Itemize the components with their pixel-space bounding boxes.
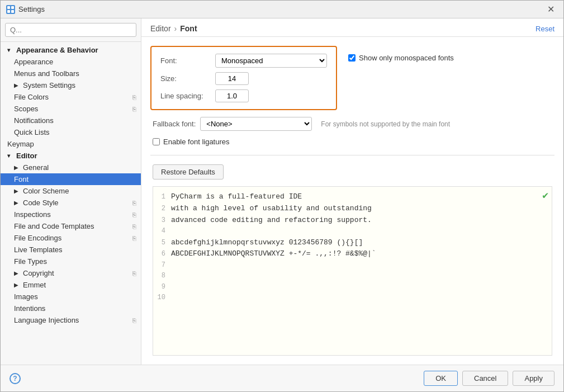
fallback-select[interactable]: <None> — [200, 117, 312, 131]
font-row: Font: Monospaced — [160, 54, 327, 68]
sidebar-item-general[interactable]: ▶ General — [1, 162, 141, 173]
divider — [150, 155, 554, 155]
copy-icon: ⎘ — [132, 211, 136, 218]
chevron-right-icon: ▶ — [14, 282, 21, 288]
sidebar-item-inspections[interactable]: Inspections ⎘ — [1, 209, 141, 220]
preview-area: ✔ 1 PyCharm is a full-featured IDE 2 wit… — [153, 186, 552, 356]
sidebar-item-system-settings[interactable]: ▶ System Settings — [1, 79, 141, 91]
sidebar-item-live-templates[interactable]: Live Templates — [1, 244, 141, 256]
sidebar-item-file-colors[interactable]: File Colors ⎘ — [1, 91, 141, 103]
fallback-hint: For symbols not supported by the main fo… — [321, 120, 450, 128]
line-number: 4 — [155, 226, 171, 237]
preview-checkmark-icon: ✔ — [542, 189, 548, 201]
cancel-button[interactable]: Cancel — [462, 371, 508, 386]
main-panel: Editor › Font Reset Font: Monospaced — [141, 18, 563, 365]
sidebar-item-file-types[interactable]: File Types — [1, 256, 141, 267]
sidebar-item-label: File Colors — [14, 93, 49, 101]
titlebar-left: Settings — [6, 5, 45, 14]
preview-line-2: 2 with a high level of usability and out… — [155, 203, 547, 215]
sidebar-item-label: Copyright — [23, 269, 54, 277]
svg-rect-2 — [7, 10, 10, 13]
sidebar-item-label: Appearance — [14, 58, 53, 66]
app-icon — [6, 5, 15, 14]
settings-window: Settings ✕ ▾ Appearance & Behavior Appea… — [0, 0, 564, 392]
sidebar-item-menus-toolbars[interactable]: Menus and Toolbars — [1, 68, 141, 79]
chevron-right-icon: ▶ — [14, 188, 21, 194]
sidebar-item-emmet[interactable]: ▶ Emmet — [1, 279, 141, 291]
search-box — [1, 18, 141, 42]
sidebar-item-editor[interactable]: ▾ Editor — [1, 150, 141, 162]
sidebar-item-label: File and Code Templates — [14, 222, 94, 230]
breadcrumb: Editor › Font — [150, 24, 197, 33]
font-select[interactable]: Monospaced — [215, 54, 327, 68]
sidebar-item-appearance[interactable]: Appearance — [1, 56, 141, 68]
sidebar-item-font[interactable]: Font — [1, 173, 141, 185]
window-title: Settings — [18, 5, 45, 13]
font-label: Font: — [160, 56, 211, 65]
line-number: 8 — [155, 271, 171, 281]
sidebar-item-scopes[interactable]: Scopes ⎘ — [1, 103, 141, 115]
copy-icon: ⎘ — [132, 317, 136, 324]
search-input[interactable] — [5, 23, 136, 37]
sidebar-item-language-injections[interactable]: Language Injections ⎘ — [1, 314, 141, 326]
line-number: 1 — [155, 192, 171, 202]
close-button[interactable]: ✕ — [544, 3, 558, 16]
line-number: 9 — [155, 282, 171, 292]
preview-line-6: 6 ABCDEFGHIJKLMNOPQRSTUVWXYZ +-*/= .,,:!… — [155, 248, 547, 260]
copy-icon: ⎘ — [132, 106, 136, 112]
svg-rect-3 — [11, 10, 14, 13]
sidebar-item-quick-lists[interactable]: Quick Lists — [1, 126, 141, 138]
copy-icon: ⎘ — [132, 200, 136, 206]
sidebar-item-images[interactable]: Images — [1, 291, 141, 303]
font-settings-box: Font: Monospaced Size: Line spacing: — [150, 46, 337, 110]
monospaced-checkbox-row: Show only monospaced fonts — [348, 54, 454, 62]
breadcrumb-current: Font — [180, 24, 197, 33]
sidebar-item-color-scheme[interactable]: ▶ Color Scheme — [1, 185, 141, 197]
monospaced-checkbox[interactable] — [348, 54, 356, 62]
sidebar-item-keymap[interactable]: Keymap — [1, 138, 141, 150]
sidebar-item-label: File Types — [14, 257, 47, 266]
size-label: Size: — [160, 74, 211, 83]
apply-button[interactable]: Apply — [513, 371, 554, 386]
line-text: advanced code editing and refactoring su… — [171, 215, 372, 226]
chevron-right-icon: ▶ — [14, 82, 21, 88]
line-spacing-row: Line spacing: — [160, 89, 327, 102]
svg-rect-0 — [7, 6, 10, 9]
copy-icon: ⎘ — [132, 270, 136, 277]
preview-line-5: 5 abcdefghijklmnopqrstuvwxyz 0123456789 … — [155, 237, 547, 249]
breadcrumb-parent: Editor — [150, 24, 171, 33]
ligatures-checkbox[interactable] — [153, 138, 160, 145]
line-spacing-input[interactable] — [215, 89, 249, 102]
monospaced-label: Show only monospaced fonts — [359, 54, 454, 62]
chevron-right-icon: ▶ — [14, 270, 21, 276]
sidebar-item-copyright[interactable]: ▶ Copyright ⎘ — [1, 267, 141, 279]
sidebar-item-label: General — [23, 163, 49, 172]
sidebar-item-label: Notifications — [14, 116, 54, 125]
titlebar: Settings ✕ — [1, 1, 563, 18]
chevron-down-icon: ▾ — [7, 47, 14, 53]
sidebar-item-label: Color Scheme — [23, 187, 69, 195]
fallback-label: Fallback font: — [153, 120, 196, 128]
size-input[interactable] — [215, 72, 249, 85]
sidebar-item-appearance-behavior[interactable]: ▾ Appearance & Behavior — [1, 44, 141, 56]
sidebar-item-label: Menus and Toolbars — [14, 69, 79, 78]
restore-defaults-button[interactable]: Restore Defaults — [153, 164, 224, 180]
copy-icon: ⎘ — [132, 235, 136, 242]
reset-button[interactable]: Reset — [535, 25, 554, 33]
sidebar-item-file-code-templates[interactable]: File and Code Templates ⎘ — [1, 220, 141, 232]
ok-button[interactable]: OK — [424, 371, 458, 386]
size-row: Size: — [160, 72, 327, 85]
sidebar-item-label: Keymap — [7, 140, 34, 148]
chevron-right-icon: ▶ — [14, 164, 21, 171]
help-button[interactable]: ? — [10, 373, 21, 384]
sidebar-item-code-style[interactable]: ▶ Code Style ⎘ — [1, 197, 141, 209]
font-panel: Font: Monospaced Size: Line spacing: — [141, 37, 563, 365]
sidebar-item-notifications[interactable]: Notifications — [1, 115, 141, 126]
tree: ▾ Appearance & Behavior Appearance Menus… — [1, 42, 141, 365]
sidebar-item-file-encodings[interactable]: File Encodings ⎘ — [1, 232, 141, 244]
preview-line-7: 7 — [155, 260, 547, 271]
sidebar-item-intentions[interactable]: Intentions — [1, 303, 141, 314]
sidebar-item-label: Font — [14, 175, 29, 183]
sidebar-item-label: Editor — [16, 152, 37, 160]
preview-line-10: 10 — [155, 292, 547, 303]
